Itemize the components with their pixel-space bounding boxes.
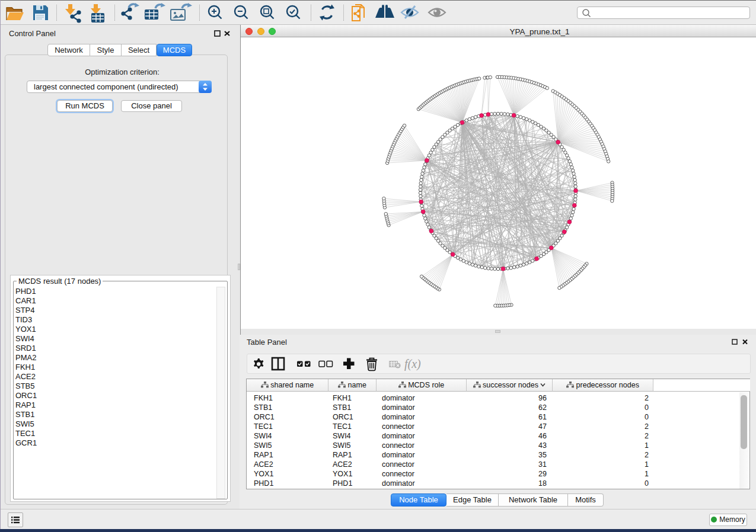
svg-text:f(x): f(x) bbox=[404, 357, 421, 371]
